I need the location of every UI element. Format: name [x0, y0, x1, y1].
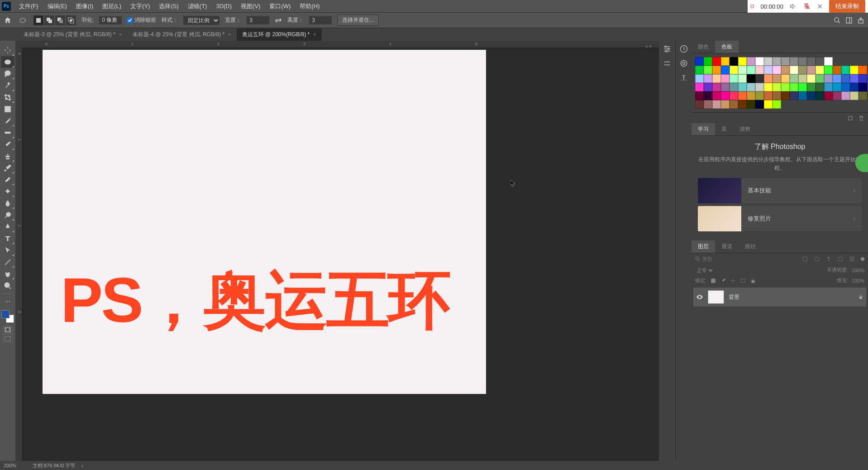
lock-pixels-icon[interactable] [710, 278, 716, 284]
color-swatch[interactable] [721, 83, 730, 91]
new-swatch-icon[interactable] [847, 115, 854, 121]
menu-text[interactable]: 文字(Y) [126, 0, 154, 12]
color-swatch[interactable] [824, 66, 833, 74]
tab-swatches[interactable]: 色板 [715, 41, 739, 53]
learn-item-basics[interactable]: 基本技能 › [698, 178, 862, 203]
color-swatch[interactable] [833, 66, 841, 74]
search-icon[interactable] [834, 17, 841, 24]
workspace-icon[interactable] [845, 17, 853, 24]
tab-channels[interactable]: 通道 [715, 240, 739, 253]
color-swatch[interactable] [747, 66, 755, 74]
recorder-close-button[interactable]: ✕ [817, 2, 823, 11]
zoom-tool[interactable] [1, 280, 14, 292]
color-swatch[interactable] [695, 100, 704, 109]
visibility-icon[interactable] [696, 293, 703, 301]
color-swatch[interactable] [781, 91, 790, 100]
color-swatch[interactable] [816, 74, 824, 83]
color-swatch[interactable] [781, 83, 790, 91]
close-icon[interactable]: × [119, 32, 122, 37]
color-swatch[interactable] [841, 91, 850, 100]
layer-name[interactable]: 背景 [729, 293, 854, 301]
color-swatch[interactable] [747, 100, 755, 109]
learn-item-retouch[interactable]: 修复照片 › [698, 206, 862, 231]
tab-library[interactable]: 库 [715, 123, 733, 135]
tab-adjustments[interactable]: 调整 [733, 123, 757, 135]
color-swatch[interactable] [721, 91, 730, 100]
color-swatch[interactable] [858, 83, 867, 91]
layer-row-background[interactable]: 背景 [693, 288, 866, 307]
color-swatch[interactable] [798, 83, 807, 91]
color-swatch[interactable] [738, 66, 747, 74]
speaker-icon[interactable] [790, 3, 797, 10]
canvas[interactable] [43, 50, 486, 394]
color-swatch[interactable] [858, 66, 867, 74]
blend-mode-select[interactable]: 正常 [695, 267, 714, 273]
color-swatch[interactable] [695, 74, 704, 83]
magic-wand-tool[interactable] [1, 80, 14, 91]
filter-adjustment-icon[interactable] [814, 256, 820, 262]
history-icon[interactable] [679, 44, 688, 53]
color-swatch[interactable] [833, 83, 841, 91]
share-icon[interactable] [857, 17, 864, 24]
color-swatch[interactable] [730, 57, 738, 66]
color-swatch[interactable] [764, 74, 773, 83]
select-and-mask-button[interactable]: 选择并遮住... [337, 14, 379, 26]
quick-mask-button[interactable] [3, 326, 13, 334]
color-swatch[interactable] [807, 83, 816, 91]
color-swatch[interactable] [773, 57, 781, 66]
color-swatch[interactable] [730, 100, 738, 109]
color-swatch[interactable] [730, 83, 738, 91]
antialias-checkbox[interactable]: 消除锯齿 [127, 16, 156, 24]
color-swatch[interactable] [738, 57, 747, 66]
color-swatch[interactable] [764, 83, 773, 91]
color-swatch[interactable] [807, 91, 816, 100]
hand-tool[interactable] [1, 268, 14, 280]
color-swatch[interactable] [824, 57, 833, 66]
color-swatches[interactable] [1, 310, 14, 323]
screen-mode-button[interactable] [3, 335, 13, 343]
elliptical-marquee-tool[interactable] [1, 56, 14, 68]
color-swatch[interactable] [747, 74, 755, 83]
color-swatch[interactable] [841, 83, 850, 91]
eyedropper-tool[interactable] [1, 115, 14, 127]
color-swatch[interactable] [790, 83, 798, 91]
filter-shape-icon[interactable] [837, 256, 844, 262]
color-swatch[interactable] [764, 91, 773, 100]
color-swatch[interactable] [730, 91, 738, 100]
color-swatch[interactable] [755, 100, 764, 109]
gradient-tool[interactable] [1, 186, 14, 197]
lasso-tool[interactable] [1, 68, 14, 80]
color-swatch[interactable] [807, 66, 816, 74]
color-swatch[interactable] [704, 74, 712, 83]
microphone-muted-icon[interactable] [803, 3, 811, 10]
color-swatch[interactable] [704, 66, 712, 74]
color-swatch[interactable] [695, 66, 704, 74]
color-swatch[interactable] [764, 57, 773, 66]
lock-position-icon[interactable] [730, 278, 736, 284]
color-swatch[interactable] [747, 91, 755, 100]
lock-brush-icon[interactable] [720, 278, 726, 284]
document-tab[interactable]: 未标题-3 @ 25% (背景 拷贝, RGB/8) *× [18, 29, 127, 41]
color-swatch[interactable] [712, 57, 721, 66]
pen-tool[interactable] [1, 221, 14, 233]
document-tab[interactable]: 未标题-4 @ 25% (背景 拷贝, RGB/8) *× [127, 29, 236, 41]
color-swatch[interactable] [833, 74, 841, 83]
tab-color[interactable]: 颜色 [692, 41, 715, 53]
selection-add-button[interactable] [44, 15, 54, 25]
foreground-color-swatch[interactable] [1, 310, 10, 318]
chevron-right-icon[interactable]: › [81, 463, 83, 468]
history-brush-tool[interactable] [1, 162, 14, 174]
edit-toolbar-button[interactable]: ⋯ [1, 296, 14, 307]
color-swatch[interactable] [833, 91, 841, 100]
swap-dimensions-icon[interactable] [275, 17, 282, 24]
feather-input[interactable] [99, 16, 122, 24]
menu-file[interactable]: 文件(F) [14, 0, 43, 12]
zoom-value[interactable]: 200% [4, 463, 26, 468]
blur-tool[interactable] [1, 197, 14, 209]
line-tool[interactable] [1, 256, 14, 268]
color-swatch[interactable] [781, 57, 790, 66]
color-swatch[interactable] [841, 74, 850, 83]
color-swatch[interactable] [773, 100, 781, 109]
color-swatch[interactable] [773, 66, 781, 74]
close-icon[interactable]: × [313, 32, 316, 37]
